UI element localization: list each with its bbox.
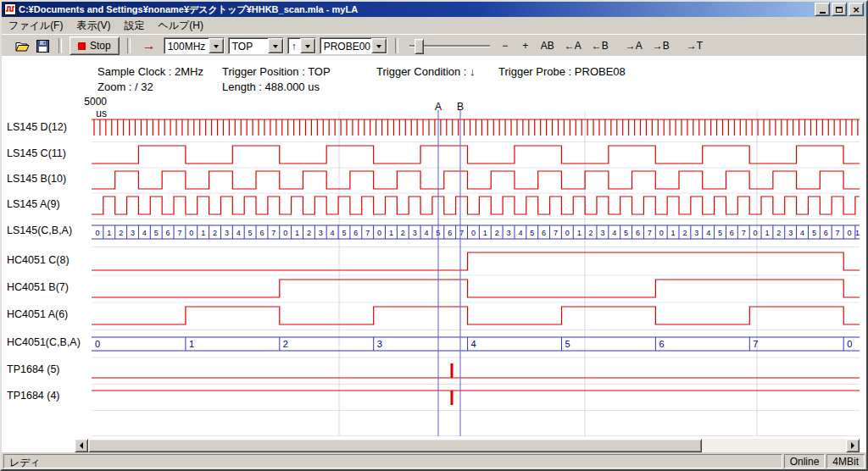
channel-label: HC4051 C(8) bbox=[7, 254, 70, 266]
trigger-condition-info: Trigger Condition : ↓ bbox=[376, 65, 476, 78]
trigger-probe-value: PROBE00 bbox=[320, 38, 371, 53]
chevron-down-icon[interactable] bbox=[268, 38, 283, 53]
svg-text:0: 0 bbox=[95, 229, 99, 237]
svg-text:0: 0 bbox=[283, 229, 287, 237]
goto-trigger-button[interactable]: →T bbox=[683, 38, 706, 53]
svg-text:1: 1 bbox=[855, 229, 860, 237]
scrollbar-track[interactable] bbox=[88, 439, 846, 452]
svg-text:6: 6 bbox=[636, 229, 640, 237]
menu-file[interactable]: ファイル(F) bbox=[2, 16, 70, 36]
svg-text:4: 4 bbox=[236, 229, 241, 237]
set-cursor-a-button[interactable]: →A bbox=[622, 38, 646, 53]
chevron-down-icon[interactable] bbox=[371, 38, 387, 53]
svg-text:7: 7 bbox=[648, 229, 652, 237]
svg-text:5: 5 bbox=[248, 229, 253, 237]
svg-text:4: 4 bbox=[471, 339, 476, 349]
svg-text:6: 6 bbox=[166, 229, 170, 237]
sample-clock-info: Sample Clock : 2MHz bbox=[97, 65, 203, 78]
set-cursor-b-button[interactable]: →B bbox=[649, 38, 673, 53]
trigger-probe-combo[interactable]: PROBE00 bbox=[320, 37, 387, 54]
minimize-button[interactable] bbox=[815, 3, 830, 16]
svg-text:3: 3 bbox=[131, 229, 135, 237]
svg-text:4: 4 bbox=[331, 229, 335, 237]
svg-text:4: 4 bbox=[706, 229, 710, 237]
svg-text:2: 2 bbox=[213, 229, 217, 237]
svg-text:5: 5 bbox=[718, 229, 722, 237]
waveform-display[interactable]: 0123456701234567012345670123456701234567… bbox=[92, 110, 860, 436]
svg-text:6: 6 bbox=[730, 229, 734, 237]
svg-text:4: 4 bbox=[800, 229, 804, 237]
menu-settings[interactable]: 設定 bbox=[117, 16, 151, 36]
svg-text:6: 6 bbox=[259, 229, 264, 237]
svg-text:2: 2 bbox=[776, 229, 781, 237]
svg-text:2: 2 bbox=[589, 229, 593, 237]
statusbar: レディ Online 4MBit bbox=[2, 452, 866, 469]
menubar: ファイル(F) 表示(V) 設定 ヘルプ(H) bbox=[2, 17, 866, 34]
zoom-slider-thumb[interactable] bbox=[415, 39, 424, 54]
ab-range-button[interactable]: AB bbox=[537, 38, 558, 53]
zoom-out-button[interactable]: − bbox=[497, 38, 514, 53]
svg-text:5: 5 bbox=[565, 339, 570, 349]
svg-text:6: 6 bbox=[542, 229, 546, 237]
stop-icon bbox=[78, 42, 86, 50]
trigger-probe-info: Trigger Probe : PROBE08 bbox=[498, 65, 626, 78]
svg-text:0: 0 bbox=[847, 339, 852, 349]
scrollbar-thumb[interactable] bbox=[88, 439, 702, 452]
toolbar: Stop → 100MHz TOP ↑ PROBE00 − + AB ←A ←B bbox=[2, 34, 866, 57]
svg-text:1: 1 bbox=[483, 229, 487, 237]
horizontal-scrollbar[interactable] bbox=[75, 439, 860, 452]
minimize-icon bbox=[820, 12, 826, 14]
svg-text:5: 5 bbox=[624, 229, 628, 237]
save-file-button[interactable] bbox=[34, 37, 51, 54]
svg-text:4: 4 bbox=[612, 229, 616, 237]
channel-label: HC4051 A(6) bbox=[7, 308, 68, 320]
goto-cursor-a-button[interactable]: ←A bbox=[561, 38, 585, 53]
close-button[interactable]: × bbox=[849, 3, 864, 16]
svg-text:5: 5 bbox=[530, 229, 534, 237]
zoom-slider[interactable] bbox=[409, 37, 490, 54]
scroll-right-button[interactable] bbox=[846, 439, 860, 452]
trigger-edge-combo[interactable]: ↑ bbox=[287, 37, 316, 54]
chevron-down-icon[interactable] bbox=[300, 38, 315, 53]
svg-text:2: 2 bbox=[682, 229, 687, 237]
svg-text:3: 3 bbox=[319, 229, 323, 237]
channel-label: LS145 D(12) bbox=[7, 121, 67, 133]
svg-text:2: 2 bbox=[283, 339, 288, 349]
open-file-button[interactable] bbox=[14, 37, 31, 54]
svg-text:7: 7 bbox=[177, 229, 181, 237]
svg-text:3: 3 bbox=[225, 229, 229, 237]
toolbar-separator bbox=[58, 38, 62, 53]
maximize-button[interactable] bbox=[832, 3, 847, 16]
zoom-in-button[interactable]: + bbox=[517, 38, 534, 53]
svg-text:0: 0 bbox=[377, 229, 381, 237]
svg-text:3: 3 bbox=[694, 229, 698, 237]
trigger-position-combo[interactable]: TOP bbox=[228, 37, 284, 54]
status-memory: 4MBit bbox=[826, 454, 865, 468]
svg-text:1: 1 bbox=[389, 229, 393, 237]
svg-text:3: 3 bbox=[507, 229, 511, 237]
chevron-down-icon[interactable] bbox=[209, 38, 224, 53]
svg-text:5: 5 bbox=[154, 229, 159, 237]
svg-text:0: 0 bbox=[471, 229, 476, 237]
svg-text:6: 6 bbox=[448, 229, 452, 237]
status-message: レディ bbox=[3, 454, 782, 468]
channel-label: LS145 A(9) bbox=[7, 198, 60, 210]
app-window: C:¥Documents and Settings¥noname¥デスクトップ¥… bbox=[0, 0, 868, 471]
run-button[interactable]: → bbox=[138, 36, 160, 55]
stop-button-label: Stop bbox=[90, 40, 111, 52]
scroll-left-button[interactable] bbox=[75, 439, 88, 452]
goto-cursor-b-button[interactable]: ←B bbox=[588, 38, 612, 53]
svg-text:1: 1 bbox=[577, 229, 581, 237]
svg-text:4: 4 bbox=[142, 229, 147, 237]
svg-text:1: 1 bbox=[189, 339, 194, 349]
svg-text:2: 2 bbox=[307, 229, 311, 237]
sample-clock-combo[interactable]: 100MHz bbox=[164, 37, 225, 54]
length-info: Length : 488.000 us bbox=[222, 80, 320, 93]
menu-help[interactable]: ヘルプ(H) bbox=[151, 16, 210, 36]
stop-button[interactable]: Stop bbox=[70, 36, 120, 55]
menu-view[interactable]: 表示(V) bbox=[70, 16, 117, 36]
window-title: C:¥Documents and Settings¥noname¥デスクトップ¥… bbox=[19, 3, 815, 16]
svg-text:4: 4 bbox=[518, 229, 522, 237]
trigger-position-value: TOP bbox=[229, 38, 268, 53]
toolbar-separator bbox=[127, 38, 131, 53]
